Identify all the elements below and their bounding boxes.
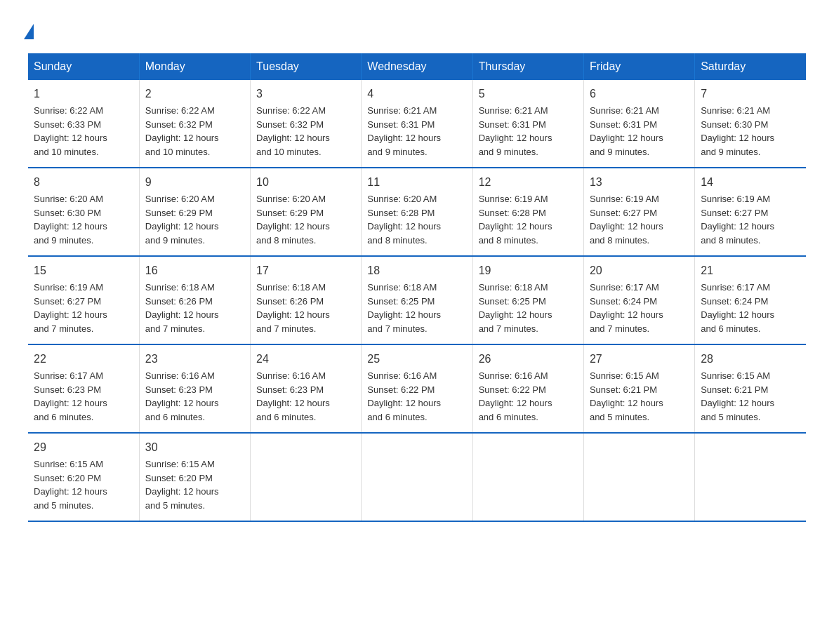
day-info: Sunrise: 6:15 AM Sunset: 6:20 PM Dayligh… [34, 457, 133, 512]
day-number: 3 [256, 86, 355, 102]
day-number: 28 [701, 351, 800, 368]
day-number: 12 [479, 174, 578, 191]
day-info: Sunrise: 6:17 AM Sunset: 6:23 PM Dayligh… [34, 369, 133, 424]
day-info: Sunrise: 6:17 AM Sunset: 6:24 PM Dayligh… [701, 281, 800, 335]
calendar-week-row: 29Sunrise: 6:15 AM Sunset: 6:20 PM Dayli… [28, 433, 806, 521]
calendar-cell: 25Sunrise: 6:16 AM Sunset: 6:22 PM Dayli… [362, 344, 472, 433]
day-number: 13 [590, 174, 689, 191]
calendar-cell [362, 433, 472, 521]
day-info: Sunrise: 6:22 AM Sunset: 6:32 PM Dayligh… [256, 104, 355, 159]
day-info: Sunrise: 6:17 AM Sunset: 6:24 PM Dayligh… [590, 281, 689, 335]
day-number: 1 [34, 86, 133, 102]
day-info: Sunrise: 6:21 AM Sunset: 6:31 PM Dayligh… [479, 104, 578, 159]
calendar-cell: 21Sunrise: 6:17 AM Sunset: 6:24 PM Dayli… [695, 256, 806, 344]
weekday-header-saturday: Saturday [695, 53, 806, 80]
day-number: 8 [34, 174, 133, 191]
day-info: Sunrise: 6:20 AM Sunset: 6:29 PM Dayligh… [145, 192, 244, 247]
day-info: Sunrise: 6:22 AM Sunset: 6:33 PM Dayligh… [34, 104, 133, 159]
calendar-cell: 26Sunrise: 6:16 AM Sunset: 6:22 PM Dayli… [472, 344, 583, 433]
calendar-cell: 10Sunrise: 6:20 AM Sunset: 6:29 PM Dayli… [251, 168, 362, 256]
day-number: 14 [701, 174, 800, 191]
calendar-cell: 3Sunrise: 6:22 AM Sunset: 6:32 PM Daylig… [251, 80, 362, 168]
weekday-header-wednesday: Wednesday [362, 53, 472, 80]
day-number: 2 [145, 86, 244, 102]
calendar-cell [251, 433, 362, 521]
day-info: Sunrise: 6:19 AM Sunset: 6:27 PM Dayligh… [701, 192, 800, 247]
day-number: 26 [479, 351, 578, 368]
calendar-cell: 7Sunrise: 6:21 AM Sunset: 6:30 PM Daylig… [695, 80, 806, 168]
day-info: Sunrise: 6:16 AM Sunset: 6:23 PM Dayligh… [145, 369, 244, 424]
day-info: Sunrise: 6:19 AM Sunset: 6:28 PM Dayligh… [479, 192, 578, 247]
calendar-cell: 29Sunrise: 6:15 AM Sunset: 6:20 PM Dayli… [28, 433, 139, 521]
day-number: 6 [590, 86, 689, 102]
calendar-cell: 13Sunrise: 6:19 AM Sunset: 6:27 PM Dayli… [583, 168, 694, 256]
day-info: Sunrise: 6:19 AM Sunset: 6:27 PM Dayligh… [34, 281, 133, 335]
day-info: Sunrise: 6:22 AM Sunset: 6:32 PM Dayligh… [145, 104, 244, 159]
weekday-header-thursday: Thursday [472, 53, 583, 80]
calendar-cell: 20Sunrise: 6:17 AM Sunset: 6:24 PM Dayli… [583, 256, 694, 344]
day-info: Sunrise: 6:15 AM Sunset: 6:21 PM Dayligh… [590, 369, 689, 424]
day-info: Sunrise: 6:18 AM Sunset: 6:26 PM Dayligh… [145, 281, 244, 335]
day-info: Sunrise: 6:21 AM Sunset: 6:30 PM Dayligh… [701, 104, 800, 159]
calendar-cell: 6Sunrise: 6:21 AM Sunset: 6:31 PM Daylig… [583, 80, 694, 168]
day-number: 9 [145, 174, 244, 191]
day-info: Sunrise: 6:19 AM Sunset: 6:27 PM Dayligh… [590, 192, 689, 247]
calendar-cell: 24Sunrise: 6:16 AM Sunset: 6:23 PM Dayli… [251, 344, 362, 433]
day-info: Sunrise: 6:21 AM Sunset: 6:31 PM Dayligh… [367, 104, 466, 159]
day-number: 21 [701, 262, 800, 279]
day-info: Sunrise: 6:15 AM Sunset: 6:21 PM Dayligh… [701, 369, 800, 424]
calendar-cell: 17Sunrise: 6:18 AM Sunset: 6:26 PM Dayli… [251, 256, 362, 344]
calendar-cell: 14Sunrise: 6:19 AM Sunset: 6:27 PM Dayli… [695, 168, 806, 256]
calendar-cell: 15Sunrise: 6:19 AM Sunset: 6:27 PM Dayli… [28, 256, 139, 344]
calendar-cell [695, 433, 806, 521]
day-number: 24 [256, 351, 355, 368]
calendar-week-row: 22Sunrise: 6:17 AM Sunset: 6:23 PM Dayli… [28, 344, 806, 433]
day-info: Sunrise: 6:15 AM Sunset: 6:20 PM Dayligh… [145, 457, 244, 512]
calendar-cell: 8Sunrise: 6:20 AM Sunset: 6:30 PM Daylig… [28, 168, 139, 256]
calendar-cell: 5Sunrise: 6:21 AM Sunset: 6:31 PM Daylig… [472, 80, 583, 168]
calendar-header: SundayMondayTuesdayWednesdayThursdayFrid… [28, 53, 806, 80]
weekday-header-monday: Monday [139, 53, 250, 80]
day-info: Sunrise: 6:18 AM Sunset: 6:25 PM Dayligh… [479, 281, 578, 335]
day-number: 15 [34, 262, 133, 279]
day-info: Sunrise: 6:20 AM Sunset: 6:29 PM Dayligh… [256, 192, 355, 247]
calendar-cell: 30Sunrise: 6:15 AM Sunset: 6:20 PM Dayli… [139, 433, 250, 521]
day-number: 30 [145, 439, 244, 456]
calendar-cell: 23Sunrise: 6:16 AM Sunset: 6:23 PM Dayli… [139, 344, 250, 433]
day-info: Sunrise: 6:18 AM Sunset: 6:25 PM Dayligh… [367, 281, 466, 335]
day-number: 10 [256, 174, 355, 191]
weekday-header-sunday: Sunday [28, 53, 139, 80]
logo-triangle-icon [24, 24, 34, 39]
day-number: 4 [367, 86, 466, 102]
calendar-cell: 2Sunrise: 6:22 AM Sunset: 6:32 PM Daylig… [139, 80, 250, 168]
day-info: Sunrise: 6:20 AM Sunset: 6:30 PM Dayligh… [34, 192, 133, 247]
calendar-cell: 19Sunrise: 6:18 AM Sunset: 6:25 PM Dayli… [472, 256, 583, 344]
day-number: 18 [367, 262, 466, 279]
day-number: 19 [479, 262, 578, 279]
calendar-cell: 28Sunrise: 6:15 AM Sunset: 6:21 PM Dayli… [695, 344, 806, 433]
calendar-table: SundayMondayTuesdayWednesdayThursdayFrid… [28, 53, 806, 522]
calendar-week-row: 8Sunrise: 6:20 AM Sunset: 6:30 PM Daylig… [28, 168, 806, 256]
calendar-cell: 12Sunrise: 6:19 AM Sunset: 6:28 PM Dayli… [472, 168, 583, 256]
day-number: 25 [367, 351, 466, 368]
calendar-cell [472, 433, 583, 521]
page-header [28, 21, 806, 39]
calendar-cell: 9Sunrise: 6:20 AM Sunset: 6:29 PM Daylig… [139, 168, 250, 256]
calendar-cell: 4Sunrise: 6:21 AM Sunset: 6:31 PM Daylig… [362, 80, 472, 168]
day-number: 16 [145, 262, 244, 279]
calendar-cell [583, 433, 694, 521]
day-number: 27 [590, 351, 689, 368]
calendar-cell: 22Sunrise: 6:17 AM Sunset: 6:23 PM Dayli… [28, 344, 139, 433]
day-info: Sunrise: 6:21 AM Sunset: 6:31 PM Dayligh… [590, 104, 689, 159]
calendar-cell: 16Sunrise: 6:18 AM Sunset: 6:26 PM Dayli… [139, 256, 250, 344]
day-number: 5 [479, 86, 578, 102]
day-number: 17 [256, 262, 355, 279]
day-number: 23 [145, 351, 244, 368]
calendar-week-row: 15Sunrise: 6:19 AM Sunset: 6:27 PM Dayli… [28, 256, 806, 344]
day-number: 11 [367, 174, 466, 191]
day-info: Sunrise: 6:18 AM Sunset: 6:26 PM Dayligh… [256, 281, 355, 335]
calendar-body: 1Sunrise: 6:22 AM Sunset: 6:33 PM Daylig… [28, 80, 806, 521]
weekday-header-tuesday: Tuesday [251, 53, 362, 80]
day-info: Sunrise: 6:20 AM Sunset: 6:28 PM Dayligh… [367, 192, 466, 247]
weekday-header-row: SundayMondayTuesdayWednesdayThursdayFrid… [28, 53, 806, 80]
